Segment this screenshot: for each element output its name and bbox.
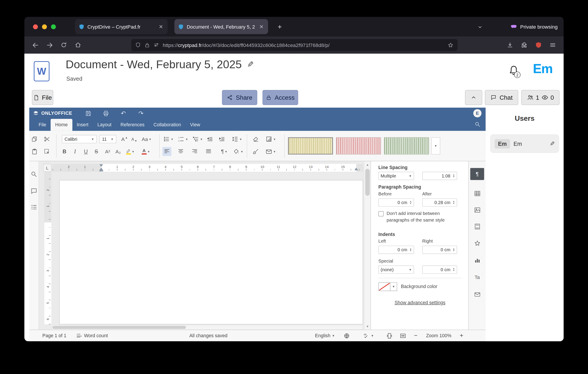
print-button[interactable] xyxy=(101,109,110,118)
align-center-button[interactable] xyxy=(176,147,185,156)
user-avatar[interactable]: Em xyxy=(533,61,553,76)
chat-button[interactable]: Chat xyxy=(485,90,518,105)
navigation-button[interactable] xyxy=(30,204,38,211)
menu-home[interactable]: Home xyxy=(51,119,72,131)
chart-settings-tab[interactable] xyxy=(470,254,484,266)
font-size-combo[interactable]: 11▼ xyxy=(99,135,116,143)
copy-button[interactable] xyxy=(30,135,39,144)
fit-width-button[interactable] xyxy=(400,330,406,341)
numbering-button[interactable]: 12▼ xyxy=(177,135,189,144)
advanced-settings-link[interactable]: Show advanced settings xyxy=(371,300,469,305)
align-right-button[interactable] xyxy=(190,147,199,156)
mail-merge-button[interactable]: ▼ xyxy=(265,147,277,156)
spell-check-button[interactable]: ab▼ xyxy=(363,330,374,341)
copy-style-button[interactable] xyxy=(251,147,260,156)
background-color-swatch[interactable] xyxy=(378,282,390,291)
forward-button[interactable] xyxy=(43,39,55,51)
style-thumbnail-3[interactable] xyxy=(384,137,429,155)
notifications-button[interactable]: 2 xyxy=(508,65,521,78)
home-button[interactable] xyxy=(72,39,84,51)
underline-button[interactable]: U xyxy=(81,147,90,156)
image-settings-tab[interactable] xyxy=(470,204,484,216)
special-select[interactable]: (none)▼ xyxy=(378,265,414,274)
menu-collaboration[interactable]: Collaboration xyxy=(149,119,185,131)
menu-layout[interactable]: Layout xyxy=(93,119,116,131)
paste-button[interactable] xyxy=(30,147,39,156)
editor-search-button[interactable] xyxy=(474,121,482,129)
lock-icon[interactable] xyxy=(145,42,150,48)
scroll-up-arrow[interactable]: ▲ xyxy=(364,162,371,167)
zoom-out-button[interactable]: − xyxy=(414,330,418,341)
text-art-settings-tab[interactable]: Ta xyxy=(470,271,484,283)
right-indent-marker[interactable] xyxy=(355,168,358,170)
url-bar[interactable]: https://cryptpad.fr/doc/#/3/doc/edit/ff0… xyxy=(131,39,458,51)
first-line-indent-marker[interactable] xyxy=(99,164,103,167)
increase-font-button[interactable]: A▲ xyxy=(120,135,129,144)
cut-button[interactable] xyxy=(42,135,51,144)
participants-button[interactable]: 1 0 xyxy=(521,90,560,105)
scroll-down-arrow[interactable]: ▼ xyxy=(364,324,371,329)
decrease-indent-button[interactable] xyxy=(206,135,215,144)
header-footer-settings-tab[interactable] xyxy=(470,220,484,232)
collapse-toolbar-button[interactable] xyxy=(465,90,482,105)
menu-file[interactable]: File xyxy=(34,119,51,131)
bullets-button[interactable]: ▼ xyxy=(162,135,174,144)
clear-style-button[interactable] xyxy=(251,135,260,144)
window-close-button[interactable] xyxy=(33,24,38,29)
edit-title-pencil-icon[interactable]: ✎ xyxy=(247,60,254,69)
vertical-scroll-thumb[interactable] xyxy=(365,169,370,196)
tracking-shield-icon[interactable] xyxy=(135,42,141,48)
spacing-after-spinner[interactable]: 0.28 cm▲▼ xyxy=(422,198,457,207)
style-thumbnail-2[interactable] xyxy=(336,137,381,155)
share-button[interactable]: Share xyxy=(222,90,257,105)
word-count-button[interactable]: 123 Word count xyxy=(76,330,108,341)
paragraph-settings-tab[interactable]: ¶ xyxy=(470,168,484,180)
extensions-button[interactable] xyxy=(518,39,530,51)
vertical-ruler[interactable]: 21 123456 xyxy=(44,172,51,324)
vertical-scrollbar[interactable]: ▲ ▼ xyxy=(364,161,370,330)
subscript-button[interactable]: A₂ xyxy=(114,147,123,156)
set-language-button[interactable] xyxy=(343,330,350,341)
comments-button[interactable] xyxy=(30,187,38,195)
tab-stop-selector[interactable]: L xyxy=(43,164,51,172)
horizontal-scroll-thumb[interactable] xyxy=(52,326,186,329)
tab-close-icon[interactable]: ✕ xyxy=(158,24,164,30)
window-zoom-button[interactable] xyxy=(51,24,56,29)
tab-overflow-button[interactable] xyxy=(474,21,486,32)
new-tab-button[interactable]: + xyxy=(274,21,285,32)
mail-merge-settings-tab[interactable] xyxy=(470,289,484,301)
zoom-level[interactable]: Zoom 100% xyxy=(424,330,454,341)
horizontal-ruler[interactable]: 21 123456789101112131415 xyxy=(52,164,363,172)
background-color-dropdown[interactable]: ▼ xyxy=(390,282,397,291)
file-button[interactable]: File xyxy=(32,90,53,105)
fit-page-button[interactable] xyxy=(386,330,393,341)
page-indicator[interactable]: Page 1 of 1 xyxy=(42,330,66,341)
back-button[interactable] xyxy=(29,39,41,51)
line-spacing-select[interactable]: Multiple▼ xyxy=(378,172,414,180)
menu-insert[interactable]: Insert xyxy=(72,119,93,131)
window-minimize-button[interactable] xyxy=(42,24,47,29)
undo-button[interactable]: ↶ xyxy=(119,109,128,118)
superscript-button[interactable]: A² xyxy=(103,147,112,156)
special-amount-spinner[interactable]: 0 cm▲▼ xyxy=(422,265,457,274)
language-select[interactable]: English▼ xyxy=(315,330,335,341)
tab-close-icon[interactable]: ✕ xyxy=(259,24,264,30)
shape-settings-tab[interactable] xyxy=(470,237,484,249)
editor-user-avatar[interactable]: E xyxy=(473,109,482,117)
paragraph-color-button[interactable]: ▼ xyxy=(265,135,277,144)
left-indent-marker[interactable] xyxy=(99,168,103,170)
decrease-font-button[interactable]: A▼ xyxy=(130,135,139,144)
redo-button[interactable]: ↷ xyxy=(136,109,146,118)
save-button[interactable] xyxy=(84,109,93,118)
interval-checkbox[interactable] xyxy=(378,211,384,217)
paragraph-shading-button[interactable]: ▼ xyxy=(232,147,244,156)
menu-button[interactable] xyxy=(547,39,559,51)
strikethrough-button[interactable]: S xyxy=(92,147,101,156)
bold-button[interactable]: B xyxy=(60,147,69,156)
indent-left-spinner[interactable]: 0 cm▲▼ xyxy=(378,246,414,254)
downloads-button[interactable] xyxy=(504,39,516,51)
style-thumbnail-1[interactable] xyxy=(288,137,333,155)
user-list-item[interactable]: Em Em ✎ xyxy=(490,134,559,153)
horizontal-scrollbar[interactable] xyxy=(52,325,362,329)
tab-cryptdrive[interactable]: CryptDrive – CryptPad.fr ✕ xyxy=(75,19,168,34)
